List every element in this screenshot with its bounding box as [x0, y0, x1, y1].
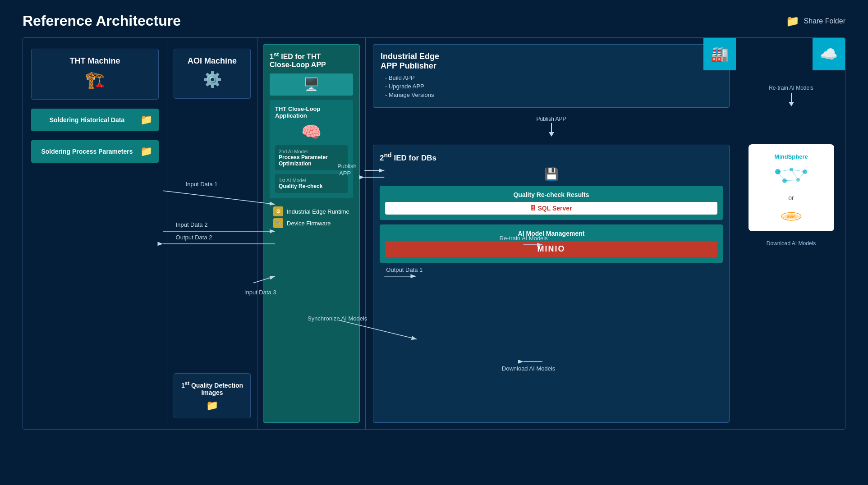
ai-brain-icon: 🧠	[275, 123, 348, 142]
publish-app-label: Publish APP	[536, 116, 566, 122]
tht-app-box: THT Close-Loop Application 🧠 2nd AI Mode…	[270, 100, 353, 198]
ied2-device-icon: 💾	[380, 167, 723, 181]
arrow-head-down	[549, 132, 554, 137]
iea-publisher-box: Industrial EdgeAPP Publisher Build APP U…	[373, 44, 730, 108]
ied1-title: 1st IED for THTClose-Loop APP	[270, 51, 353, 69]
ai-model-2-label: 2nd AI Model	[279, 149, 344, 154]
aws-area: aws	[758, 206, 825, 222]
page-title: Reference Architecture	[23, 13, 181, 29]
minio-label: MINIO	[537, 244, 565, 253]
iea-publisher-title: Industrial EdgeAPP Publisher	[381, 52, 722, 71]
factory-icon: 🏭	[711, 46, 729, 63]
quality-detection-box: 1st Quality Detection Images 📁	[174, 373, 251, 418]
retrain-label: Re-train AI Models	[769, 85, 813, 91]
tht-machine-icon: 🏗️	[39, 70, 151, 89]
quality-results-title: Quality Re-check Results	[385, 191, 717, 198]
firmware-label: Device Firmware	[287, 220, 331, 227]
tht-app-title: THT Close-Loop Application	[275, 105, 348, 119]
aoi-machine-box: AOI Machine ⚙️	[174, 49, 251, 99]
main-diagram: 🏭 THT Machine 🏗️ Soldering Historical Da…	[23, 37, 845, 430]
quality-detection-title: 1st Quality Detection Images	[181, 382, 243, 396]
sql-label: SQL Server	[537, 205, 572, 212]
quality-detection-label: 1st Quality Detection Images	[180, 380, 244, 396]
sql-icon: 🗄	[530, 205, 536, 211]
mindsphere-label: MindSphere	[758, 153, 825, 160]
retrain-arrow	[789, 93, 794, 106]
soldering-historical-label: Soldering Historical Data	[37, 116, 137, 124]
folder-historical-icon: 📁	[140, 114, 152, 126]
ied2-title: 2nd IED for DBs	[380, 151, 723, 163]
ai-mgmt-box: AI Model Management MINIO	[380, 224, 723, 263]
aoi-machine-title: AOI Machine	[181, 56, 243, 66]
aoi-machine-icon: ⚙️	[181, 70, 243, 88]
iea-publisher-items: Build APP Upgrade APP Manage Versions	[381, 74, 722, 98]
ai-mgmt-title: AI Model Management	[385, 230, 717, 237]
publish-app-arrow: Publish APP	[373, 116, 730, 137]
runtime-item: ⚙ Industrial Edge Runtime	[273, 206, 349, 216]
svg-line-10	[798, 172, 805, 180]
cloud-card: MindSphere or	[749, 144, 834, 231]
firmware-icon: 🔧	[273, 218, 283, 228]
iea-item-upgrade: Upgrade APP	[385, 83, 722, 90]
retrain-arrow-line	[791, 93, 792, 102]
runtime-icon: ⚙	[273, 206, 283, 216]
ai-model-2-name: Process Parameter Optimization	[279, 154, 344, 167]
folder-icon: 📁	[786, 15, 799, 27]
ied2-box: 2nd IED for DBs 💾 Quality Re-check Resul…	[373, 145, 730, 423]
svg-line-9	[791, 169, 798, 180]
mindsphere-area: MindSphere	[758, 153, 825, 190]
quality-detection-area: 1st Quality Detection Images 📁	[174, 373, 251, 418]
ai-model-1-box: 1st AI Model Quality Re-check	[275, 174, 348, 193]
iea-item-build: Build APP	[385, 74, 722, 81]
right-section: Industrial EdgeAPP Publisher Build APP U…	[366, 38, 737, 429]
iea-item-manage: Manage Versions	[385, 92, 722, 98]
cloud-tab: ☁️	[813, 38, 845, 70]
ai-model-1-name: Quality Re-check	[279, 183, 344, 189]
download-label: Download AI Models	[767, 240, 816, 256]
aoi-section: AOI Machine ⚙️ 1st Quality Detection Ima…	[167, 38, 257, 429]
retrain-arrow-head	[789, 102, 794, 106]
cloud-icon-big: ☁️	[820, 46, 838, 63]
soldering-process-box: Soldering Process Parameters 📁	[31, 140, 159, 163]
factory-tab: 🏭	[703, 38, 736, 70]
share-folder-label: Share Folder	[804, 17, 846, 25]
tht-section: THT Machine 🏗️ Soldering Historical Data…	[23, 38, 167, 429]
ai-model-1-label: 1st AI Model	[279, 178, 344, 183]
quality-results-box: Quality Re-check Results 🗄 SQL Server	[380, 186, 723, 220]
tht-machine-title: THT Machine	[39, 56, 151, 66]
folder-quality-icon: 📁	[206, 400, 218, 411]
arrow-line-down	[551, 123, 552, 132]
ied1-device-icon: 🖥️	[270, 73, 353, 96]
aws-graphic: aws	[778, 206, 805, 222]
ied1-box: 1st IED for THTClose-Loop APP 🖥️ THT Clo…	[263, 44, 360, 423]
tht-machine-box: THT Machine 🏗️	[31, 49, 159, 100]
runtime-label: Industrial Edge Runtime	[287, 208, 349, 215]
mindsphere-graphic	[769, 163, 814, 190]
sql-badge: 🗄 SQL Server	[385, 202, 717, 215]
soldering-process-label: Soldering Process Parameters	[37, 148, 137, 155]
firmware-item: 🔧 Device Firmware	[273, 218, 349, 228]
ai-model-2-box: 2nd AI Model Process Parameter Optimizat…	[275, 145, 348, 170]
or-text: or	[758, 194, 825, 201]
share-folder[interactable]: 📁 Share Folder	[786, 15, 846, 27]
soldering-historical-box: Soldering Historical Data 📁	[31, 109, 159, 131]
minio-badge: MINIO	[385, 241, 717, 257]
svg-line-7	[778, 172, 785, 181]
folder-process-icon: 📁	[140, 146, 152, 157]
svg-line-6	[791, 169, 805, 172]
ied1-section: 1st IED for THTClose-Loop APP 🖥️ THT Clo…	[257, 38, 366, 429]
page-header: Reference Architecture 📁 Share Folder	[0, 0, 868, 37]
cloud-section: ☁️ Re-train AI Models MindSphere	[737, 38, 845, 429]
runtime-area: ⚙ Industrial Edge Runtime 🔧 Device Firmw…	[270, 203, 353, 232]
svg-text:aws: aws	[787, 214, 795, 219]
